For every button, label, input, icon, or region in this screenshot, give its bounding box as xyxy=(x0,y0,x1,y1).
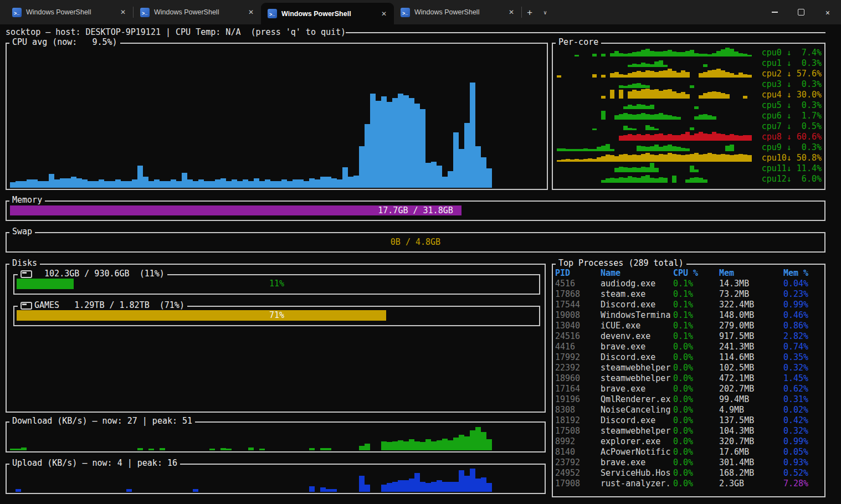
download-bar xyxy=(381,441,387,450)
cpu-avg-bar xyxy=(392,98,398,188)
upload-bar xyxy=(481,477,486,492)
per-core-panel: Per-core cpu0 ↓ 7.4%cpu1 ↓ 0.3%cpu2 ↓ 57… xyxy=(552,43,825,190)
download-bar xyxy=(326,448,331,450)
cpu-avg-bar xyxy=(204,181,209,188)
core-spark-bar xyxy=(619,167,623,172)
cpu-avg-bar xyxy=(475,146,481,188)
core-spark-bar xyxy=(685,72,690,78)
core-spark-bar xyxy=(676,135,681,141)
cpu-avg-bar xyxy=(276,181,281,188)
tab-4[interactable]: >_Windows PowerShell✕ xyxy=(394,0,521,24)
core-spark-bar xyxy=(747,155,752,162)
cpu-avg-bar xyxy=(21,181,27,188)
core-spark-bar xyxy=(734,52,739,56)
core-spark-bar xyxy=(663,65,668,67)
core-spark-bar xyxy=(575,55,579,56)
terminal-screen[interactable]: socktop — host: DESKTOP-9P19121 | CPU Te… xyxy=(0,24,841,504)
cpu-avg-bar xyxy=(215,179,220,188)
core-spark-bar xyxy=(659,52,663,56)
core-spark-bar xyxy=(637,155,641,162)
process-row-16-pid: 8140 xyxy=(555,447,601,457)
process-row-9-mem: 472.1MB xyxy=(719,373,783,384)
process-row-14-cpu: 0.0% xyxy=(673,426,719,436)
core-spark-bar xyxy=(690,178,694,183)
core-spark-bar xyxy=(699,178,703,183)
core-label: cpu0 ↓ 7.4% xyxy=(762,48,822,58)
app-header: socktop — host: DESKTOP-9P19121 | CPU Te… xyxy=(6,27,825,38)
cpu-avg-panel: CPU avg (now: 9.5%) xyxy=(6,43,548,190)
tab-close-icon[interactable]: ✕ xyxy=(247,8,255,17)
cpu-avg-bar xyxy=(453,132,459,188)
process-row-6-name: brave.exe xyxy=(601,342,673,352)
cpu-avg-bar xyxy=(148,181,154,188)
swap-panel: Swap 0B / 4.8GB xyxy=(6,232,825,253)
core-spark-bar xyxy=(601,146,606,151)
core-spark-bar xyxy=(641,146,645,151)
tab-3[interactable]: >_Windows PowerShell✕ xyxy=(261,3,394,24)
process-row-12-mem: 4.9MB xyxy=(719,405,783,415)
minimize-button[interactable] xyxy=(761,0,788,24)
upload-bar xyxy=(320,487,326,492)
cpu-avg-bar xyxy=(259,181,265,188)
core-spark-bar xyxy=(583,159,588,162)
tab-close-icon[interactable]: ✕ xyxy=(507,8,516,17)
upload-bar xyxy=(359,476,365,492)
cpu-avg-bar xyxy=(265,179,270,188)
upload-bar xyxy=(470,469,475,492)
core-label: cpu1 ↓ 0.3% xyxy=(762,58,822,69)
process-row-1-pid: 17868 xyxy=(555,289,601,300)
download-bar xyxy=(359,446,365,450)
disk-box-games: GAMES 1.29TB / 1.82TB (71%) 71% xyxy=(13,306,540,326)
core-spark-bar xyxy=(632,135,637,141)
core-spark-bar xyxy=(637,134,641,141)
core-label: cpu8 ↓ 60.6% xyxy=(762,132,822,142)
core-spark-bar xyxy=(654,155,659,162)
core-spark-bar xyxy=(650,51,654,56)
core-spark-bar xyxy=(601,54,606,56)
disks-title: Disks xyxy=(9,258,40,269)
process-row-4-mem: 0.86% xyxy=(783,321,822,331)
download-bar xyxy=(470,430,475,450)
core-spark-bar xyxy=(583,148,588,151)
core-spark-bar xyxy=(721,93,725,99)
core-spark-bar xyxy=(650,90,654,99)
tab-close-icon[interactable]: ✕ xyxy=(119,8,127,17)
core-spark-bar xyxy=(712,154,716,162)
process-row-3-cpu: 0.1% xyxy=(673,310,719,321)
core-spark-bar xyxy=(721,70,725,78)
upload-bar xyxy=(420,482,425,492)
core-spark-bar xyxy=(623,86,628,88)
cpu-avg-bar xyxy=(409,98,414,188)
close-button[interactable]: ✕ xyxy=(814,0,841,24)
maximize-button[interactable] xyxy=(788,0,814,24)
core-spark-bar xyxy=(632,64,637,68)
core-spark-bar xyxy=(747,75,752,78)
core-spark-bar xyxy=(645,89,650,99)
core-spark-bar xyxy=(725,155,730,162)
cpu-avg-bar xyxy=(43,181,49,188)
core-spark-bar xyxy=(659,60,663,67)
tab-close-icon[interactable]: ✕ xyxy=(380,9,388,18)
core-spark-bar xyxy=(610,90,614,99)
process-row-10-cpu: 0.0% xyxy=(673,384,719,394)
col-header-pid: PID xyxy=(555,268,601,279)
tab-1[interactable]: >_Windows PowerShell✕ xyxy=(6,0,133,24)
download-bar xyxy=(442,439,448,450)
tab-dropdown-button[interactable]: ∨ xyxy=(537,4,553,20)
core-spark-bar xyxy=(641,85,645,89)
core-spark-bar xyxy=(694,116,699,120)
cpu-avg-bar xyxy=(437,166,442,188)
download-chart xyxy=(10,427,542,450)
tab-strip: >_Windows PowerShell✕>_Windows PowerShel… xyxy=(6,0,553,24)
new-tab-button[interactable]: + xyxy=(522,4,537,20)
tab-2[interactable]: >_Windows PowerShell✕ xyxy=(134,0,261,24)
process-row-1-mem: 0.23% xyxy=(783,289,822,300)
core-spark-bar xyxy=(681,155,685,162)
cpu-avg-bar xyxy=(420,109,425,188)
core-spark-bar xyxy=(610,73,614,78)
upload-bar xyxy=(326,489,331,492)
core-spark-bar xyxy=(650,71,654,78)
core-spark-bar xyxy=(614,156,619,162)
core-spark-bar xyxy=(623,113,628,120)
cpu-avg-bar xyxy=(176,181,182,188)
